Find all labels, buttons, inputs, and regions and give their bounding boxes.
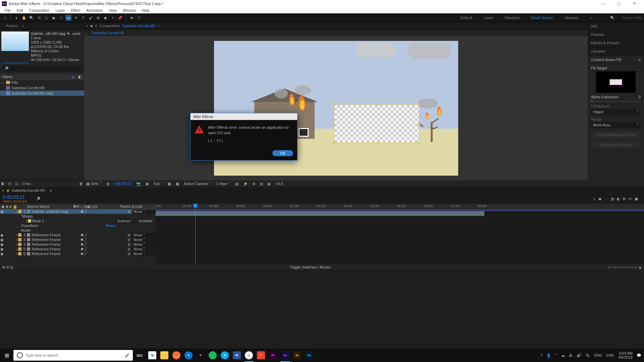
panel-menu-icon[interactable]: ≡ [22,24,24,28]
layer-row[interactable]: ◉›5Reference Frame✱ ╱⊘None ˅ [0,247,156,251]
flowchart-icon[interactable]: ⊞ [260,182,263,186]
exposure-reset-icon[interactable]: ◐ [268,182,271,186]
panel-info[interactable]: Info [588,22,644,31]
taskbar-aftereffects[interactable]: Ae [279,349,291,362]
start-button[interactable]: ⊞ [0,349,13,362]
tray-clock[interactable]: 8:03 AM4/6/2019 [618,351,633,359]
layer-row[interactable]: ◉›4Reference Frame✱ ╱⊘None ˅ [0,242,156,247]
visibility-icon[interactable]: ◉ [0,247,4,251]
home-icon[interactable]: ⌂ [2,15,8,21]
tray-lang1[interactable]: ENG [594,353,602,357]
workspace-learn[interactable]: Learn [481,14,496,21]
panel-caf-header[interactable]: Content-Aware Fill≡ [588,56,644,64]
timeline-icon[interactable]: ⧉ [253,182,255,186]
project-tab[interactable]: Project [3,23,20,29]
panel-preview[interactable]: Preview [588,31,644,39]
layer-mask-1[interactable]: › Mask 1 Subtract ˅ Inverted [0,219,156,223]
rotate-tool-icon[interactable]: ⭮ [43,15,49,21]
tray-notifications-icon[interactable]: 💬 [637,353,641,358]
layer-row[interactable]: ◉›2Reference Frame✱ ╱⊘None ˅ [0,233,156,237]
timeline-tab[interactable]: Gabriela-Cecotti-HD [12,188,45,192]
menu-effect[interactable]: Effect [68,8,83,13]
panel-menu-icon[interactable]: ≡ [157,24,159,28]
brush-tool-icon[interactable]: 🖌 [88,15,94,21]
channel-icon[interactable]: ◉ [146,182,149,186]
menu-animation[interactable]: Animation [84,8,105,13]
eraser-tool-icon[interactable]: ◆ [102,15,108,21]
comp-mini-icon[interactable]: ■ [7,188,9,192]
selection-tool-icon[interactable]: ▸ [14,15,20,21]
clone-tool-icon[interactable]: ⊕ [95,15,101,21]
tray-onedrive-icon[interactable]: ☁ [561,353,565,358]
mic-icon[interactable]: 🎤 [125,353,129,358]
sort-icon[interactable]: ▲ [71,75,75,79]
mask-mode-select[interactable]: Subtract ˅ [115,219,136,223]
taskbar-word[interactable]: W [231,349,243,362]
alpha-slider-handle[interactable] [591,100,594,103]
layer-row[interactable]: ◉›3Reference Frame✱ ╱⊘None ˅ [0,237,156,242]
mask-inverted[interactable]: Inverted [139,219,152,223]
comp-name[interactable]: Gabriela-Cecotti-HD [122,24,155,28]
layer-color[interactable] [18,238,21,241]
type-tool-icon[interactable]: T [80,15,86,21]
workspace-default[interactable]: Default [458,14,475,21]
fast-preview-icon[interactable]: ⚡ [243,182,248,186]
rectangle-tool-icon[interactable]: ▭ [65,15,71,21]
transform-reset[interactable]: Reset [106,224,115,228]
hand-tool-icon[interactable]: ✋ [21,15,27,21]
comp-subtab[interactable]: Gabriela-Cecotti-HD [88,29,128,36]
project-item-folder[interactable]: ›Fills [0,80,84,85]
visibility-icon[interactable]: ◉ [0,238,4,242]
parent-select[interactable]: None ˅ [132,209,156,214]
menu-window[interactable]: Window [120,8,139,13]
taskbar-edge[interactable]: e [182,349,195,362]
frame-blend-icon[interactable]: ▥ [611,197,614,201]
menu-edit[interactable]: Edit [14,8,26,13]
comp-mini-icon[interactable]: ■ [90,24,93,28]
menu-file[interactable]: File [2,8,13,13]
parent-select[interactable]: None ˅ [132,242,156,247]
zoom-control[interactable]: ▦ 50% ˅ [86,182,102,186]
caf-method-select[interactable]: Object˅ [591,109,641,115]
workspace-small-screen[interactable]: Small Screen [528,14,555,21]
visibility-icon[interactable]: ◉ [0,233,4,237]
tray-people-icon[interactable]: 👤 [546,353,551,358]
zoom-tool-icon[interactable]: 🔍 [29,15,35,21]
create-reference-frame-button[interactable]: Create Reference Frame [592,131,639,138]
resolution-select[interactable]: Full ˅ [154,182,163,186]
trash-icon[interactable]: 🗑 [79,182,83,186]
taskbar-todoist[interactable]: ✓ [255,349,267,362]
timeline-search[interactable]: 🔎 [34,196,81,202]
caf-range-select[interactable]: Work Area˅ [591,122,641,128]
taskbar-slack[interactable]: ✦ [195,349,207,362]
playhead[interactable] [195,204,196,264]
ok-button[interactable]: OK [272,150,293,156]
close-button[interactable]: ✕ [627,0,642,7]
maximize-button[interactable]: ▢ [611,0,627,7]
workspace-standard[interactable]: Standard [502,14,522,21]
parent-select[interactable]: None ˅ [132,247,156,251]
visibility-icon[interactable]: ◉ [0,242,4,247]
resolution-control[interactable]: ⊞ [106,182,109,186]
task-view-icon[interactable]: ⊞⊟ [133,349,146,362]
label-icon[interactable]: ◧ [78,75,82,79]
close-tab-icon[interactable]: × [86,24,88,28]
taskbar-chrome[interactable]: ◉ [243,349,255,362]
menu-layer[interactable]: Layer [53,8,68,13]
toggle-switches-button[interactable]: Toggle Switches / Modes [290,265,331,269]
markers-icon[interactable]: 🏷 [628,197,632,201]
zoom-slider[interactable]: ➵ ─○──────── ▲ [607,265,642,269]
taskbar-photoshop[interactable]: Ps [303,349,315,362]
view-select[interactable]: 1 View ˅ [216,182,230,186]
mask-region[interactable] [334,105,419,143]
layer-color[interactable] [18,210,21,213]
close-tab-icon[interactable]: × [2,188,4,192]
parent-select[interactable]: None ˅ [132,238,156,242]
layer-bar[interactable] [156,211,484,216]
taskbar-premiere[interactable]: Pr [267,349,279,362]
layer-color[interactable] [18,252,21,255]
taskbar-spotify[interactable]: ♪ [207,349,219,362]
asset-thumbnail[interactable] [1,32,29,51]
taskbar-store[interactable]: 🛍 [146,349,158,362]
project-search[interactable]: 🔎 [2,65,82,72]
